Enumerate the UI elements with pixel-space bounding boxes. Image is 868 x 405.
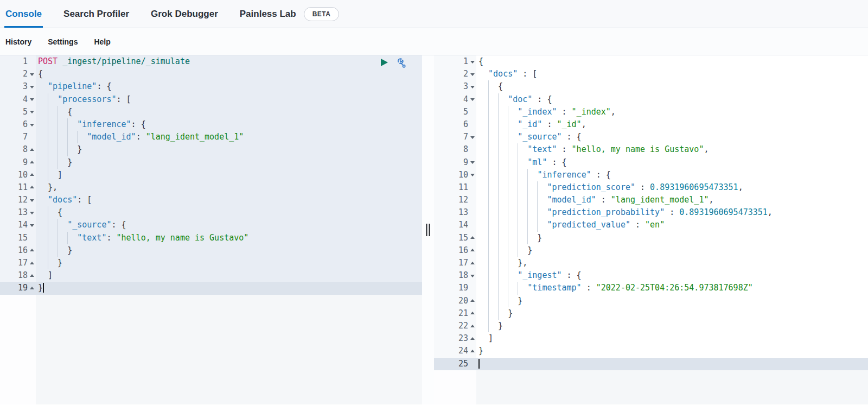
code-content[interactable]: "pipeline": { [36, 80, 422, 93]
code-content[interactable]: ] [476, 332, 868, 345]
code-content[interactable]: { [36, 206, 422, 219]
fold-toggle-icon[interactable] [468, 80, 476, 93]
code-content[interactable]: "ml" : { [476, 156, 868, 169]
code-line[interactable]: 9 } [0, 156, 422, 169]
code-content[interactable]: POST _ingest/pipeline/_simulate [36, 55, 422, 68]
code-content[interactable]: "processors": [ [36, 93, 422, 106]
code-content[interactable]: "docs" : [ [476, 68, 868, 80]
response-editor[interactable]: 1{2 "docs" : [3 {4 "doc" : {5 "_index" :… [434, 55, 868, 404]
code-line[interactable]: 7 "model_id": "lang_ident_model_1" [0, 131, 422, 143]
fold-toggle-icon[interactable] [468, 93, 476, 106]
code-line[interactable]: 18 ] [0, 269, 422, 282]
fold-toggle-icon[interactable] [28, 282, 36, 294]
code-content[interactable]: } [476, 345, 868, 357]
code-content[interactable]: "text": "hello, my name is Gustavo" [36, 232, 422, 244]
menu-item-settings[interactable]: Settings [48, 37, 78, 46]
fold-toggle-icon[interactable] [468, 68, 476, 80]
code-line[interactable]: 9 "ml" : { [434, 156, 868, 169]
code-content[interactable]: }, [36, 181, 422, 194]
tab-console[interactable]: Console [5, 0, 42, 28]
fold-toggle-icon[interactable] [28, 206, 36, 219]
code-line[interactable]: 16 } [434, 244, 868, 257]
code-content[interactable]: }, [476, 257, 868, 269]
code-content[interactable]: } [476, 244, 868, 257]
code-line[interactable]: 3 { [434, 80, 868, 93]
fold-toggle-icon[interactable] [28, 106, 36, 118]
code-line[interactable]: 24} [434, 345, 868, 357]
code-line[interactable]: 6 "_id" : "_id", [434, 118, 868, 131]
code-content[interactable]: } [476, 232, 868, 244]
fold-toggle-icon[interactable] [28, 181, 36, 194]
fold-toggle-icon[interactable] [28, 269, 36, 282]
code-line[interactable]: 8 } [0, 143, 422, 156]
fold-toggle-icon[interactable] [28, 118, 36, 131]
code-content[interactable]: "text" : "hello, my name is Gustavo", [476, 143, 868, 156]
fold-toggle-icon[interactable] [28, 194, 36, 206]
code-line[interactable]: 1{ [434, 55, 868, 68]
code-content[interactable]: "_ingest" : { [476, 269, 868, 282]
code-content[interactable]: "_source" : { [476, 131, 868, 143]
code-content[interactable]: ] [36, 169, 422, 181]
code-line[interactable]: 5 "_index" : "_index", [434, 106, 868, 118]
fold-toggle-icon[interactable] [468, 332, 476, 345]
fold-toggle-icon[interactable] [28, 169, 36, 181]
menu-item-help[interactable]: Help [94, 37, 110, 46]
code-line[interactable]: 14 "_source": { [0, 219, 422, 231]
code-content[interactable]: "prediction_score" : 0.8931960695473351, [476, 181, 868, 194]
tab-painless-lab[interactable]: Painless Lab [240, 0, 296, 28]
fold-toggle-icon[interactable] [468, 156, 476, 169]
code-content[interactable]: "predicted_value" : "en" [476, 219, 868, 231]
code-line[interactable]: 2{ [0, 68, 422, 80]
code-line[interactable]: 10 ] [0, 169, 422, 181]
send-request-button[interactable] [379, 57, 390, 68]
fold-toggle-icon[interactable] [468, 257, 476, 269]
code-line[interactable]: 21 } [434, 307, 868, 320]
code-line[interactable]: 19} [0, 282, 422, 294]
fold-toggle-icon[interactable] [28, 143, 36, 156]
menu-item-history[interactable]: History [5, 37, 31, 46]
fold-toggle-icon[interactable] [28, 156, 36, 169]
code-line[interactable]: 13 { [0, 206, 422, 219]
code-line[interactable]: 16 } [0, 244, 422, 257]
code-line[interactable]: 11 "prediction_score" : 0.89319606954733… [434, 181, 868, 194]
fold-toggle-icon[interactable] [28, 257, 36, 269]
code-content[interactable]: "docs": [ [36, 194, 422, 206]
code-line[interactable]: 11 }, [0, 181, 422, 194]
code-content[interactable]: } [36, 156, 422, 169]
code-line[interactable]: 17 } [0, 257, 422, 269]
fold-toggle-icon[interactable] [468, 55, 476, 68]
code-content[interactable]: { [36, 106, 422, 118]
fold-toggle-icon[interactable] [468, 169, 476, 181]
code-content[interactable]: "model_id" : "lang_ident_model_1", [476, 194, 868, 206]
code-content[interactable]: "doc" : { [476, 93, 868, 106]
code-line[interactable]: 20 } [434, 295, 868, 307]
code-line[interactable]: 23 ] [434, 332, 868, 345]
code-content[interactable] [476, 358, 868, 370]
fold-toggle-icon[interactable] [28, 219, 36, 231]
code-line[interactable]: 8 "text" : "hello, my name is Gustavo", [434, 143, 868, 156]
code-line[interactable]: 17 }, [434, 257, 868, 269]
code-line[interactable]: 15 "text": "hello, my name is Gustavo" [0, 232, 422, 244]
pane-resize-handle[interactable] [426, 224, 430, 236]
code-line[interactable]: 10 "inference" : { [434, 169, 868, 181]
code-line[interactable]: 12 "docs": [ [0, 194, 422, 206]
request-options-button[interactable] [396, 57, 407, 68]
tab-grok-debugger[interactable]: Grok Debugger [151, 0, 218, 28]
code-line[interactable]: 2 "docs" : [ [434, 68, 868, 80]
pane-divider[interactable] [422, 55, 434, 404]
code-line[interactable]: 4 "doc" : { [434, 93, 868, 106]
code-content[interactable]: { [476, 55, 868, 68]
fold-toggle-icon[interactable] [468, 131, 476, 143]
code-content[interactable]: } [476, 295, 868, 307]
code-content[interactable]: } [36, 244, 422, 257]
code-content[interactable]: "timestamp" : "2022-02-25T04:26:54.97381… [476, 282, 868, 294]
code-line[interactable]: 7 "_source" : { [434, 131, 868, 143]
code-content[interactable]: ] [36, 269, 422, 282]
code-content[interactable]: "_id" : "_id", [476, 118, 868, 131]
fold-toggle-icon[interactable] [28, 93, 36, 106]
code-content[interactable]: "model_id": "lang_ident_model_1" [36, 131, 422, 143]
fold-toggle-icon[interactable] [468, 232, 476, 244]
code-line[interactable]: 18 "_ingest" : { [434, 269, 868, 282]
request-editor-empty-area[interactable] [0, 295, 422, 404]
request-editor[interactable]: 1POST _ingest/pipeline/_simulate2{3 "pip… [0, 55, 422, 404]
